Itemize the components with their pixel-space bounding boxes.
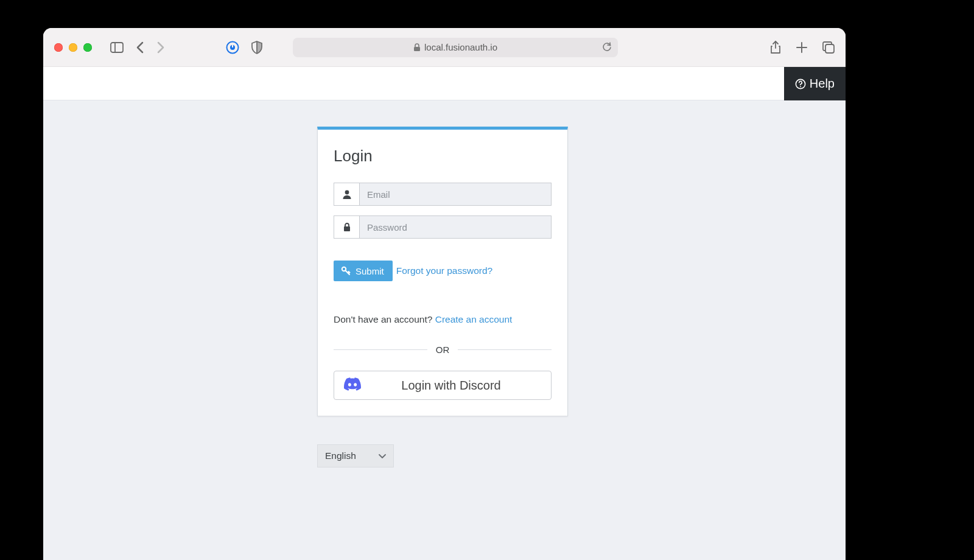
key-icon (341, 266, 351, 276)
browser-window: local.fusionauth.io (43, 28, 846, 560)
submit-button[interactable]: Submit (334, 261, 393, 281)
action-row: Submit Forgot your password? (334, 261, 552, 281)
divider-line-right (458, 349, 552, 350)
submit-label: Submit (356, 266, 384, 276)
browser-titlebar: local.fusionauth.io (43, 28, 846, 67)
sidebar-toggle-icon[interactable] (110, 42, 124, 53)
no-account-text: Don't have an account? (334, 314, 435, 324)
window-close-icon[interactable] (54, 43, 63, 52)
help-button[interactable]: Help (784, 67, 846, 100)
login-with-discord-button[interactable]: Login with Discord (334, 371, 552, 400)
forward-button[interactable] (156, 41, 165, 54)
password-group (334, 215, 552, 239)
share-icon[interactable] (770, 41, 781, 54)
page-content: Help Login (43, 67, 846, 560)
login-title: Login (334, 147, 552, 166)
svg-rect-4 (232, 44, 233, 47)
reload-icon[interactable] (602, 42, 612, 53)
forgot-password-link[interactable]: Forgot your password? (396, 265, 493, 276)
svg-point-10 (800, 86, 801, 87)
svg-rect-0 (111, 43, 123, 52)
lock-field-icon (334, 216, 360, 238)
discord-button-label: Login with Discord (361, 379, 541, 393)
address-bar-host: local.fusionauth.io (424, 42, 497, 52)
no-account-row: Don't have an account? Create an account (334, 314, 552, 325)
window-zoom-icon[interactable] (83, 43, 92, 52)
onepassword-icon[interactable] (226, 41, 239, 54)
app-topbar: Help (43, 67, 846, 100)
window-traffic-lights (54, 43, 92, 52)
email-group (334, 183, 552, 206)
user-icon (334, 183, 360, 205)
login-card: Login (317, 127, 568, 416)
svg-rect-5 (414, 47, 420, 51)
email-field[interactable] (360, 183, 551, 205)
new-tab-icon[interactable] (796, 41, 808, 54)
address-bar[interactable]: local.fusionauth.io (293, 38, 618, 57)
svg-point-11 (345, 191, 349, 195)
chevron-down-icon (379, 450, 386, 461)
create-account-link[interactable]: Create an account (435, 314, 513, 324)
help-icon (795, 79, 806, 89)
lock-icon (413, 43, 421, 52)
svg-rect-8 (825, 44, 834, 53)
tabs-overview-icon[interactable] (822, 41, 835, 54)
help-label: Help (810, 77, 835, 91)
password-field[interactable] (360, 216, 551, 238)
language-selector[interactable]: English (317, 444, 394, 467)
svg-rect-12 (344, 226, 350, 231)
language-selected: English (325, 450, 356, 461)
divider-line-left (334, 349, 427, 350)
back-button[interactable] (136, 41, 144, 54)
or-label: OR (427, 345, 458, 355)
discord-icon (344, 377, 361, 394)
window-minimize-icon[interactable] (69, 43, 77, 52)
titlebar-right-group (770, 28, 835, 66)
or-divider: OR (334, 345, 552, 355)
privacy-shield-icon[interactable] (251, 41, 262, 54)
